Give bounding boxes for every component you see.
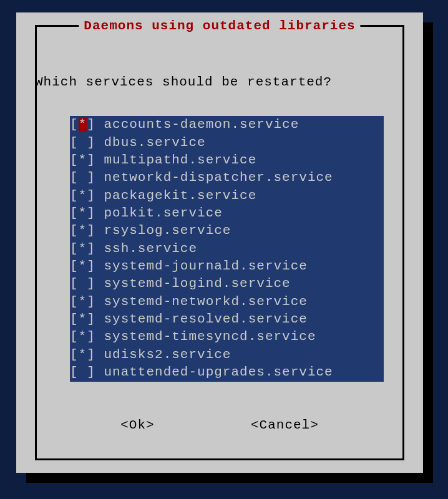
- checkbox-open-bracket: [: [70, 259, 79, 273]
- checkbox-close-bracket: ]: [87, 188, 104, 203]
- checkbox-open-bracket: [: [70, 223, 79, 238]
- service-item[interactable]: [*] ssh.service: [70, 240, 384, 258]
- checkbox-close-bracket: ]: [87, 347, 104, 362]
- checkbox-mark[interactable]: *: [79, 206, 87, 220]
- checkbox-mark[interactable]: *: [79, 259, 87, 273]
- service-item[interactable]: [*] udisks2.service: [70, 346, 384, 364]
- service-name: networkd-dispatcher.service: [104, 170, 384, 185]
- service-item[interactable]: [ ] unattended-upgrades.service: [70, 364, 384, 381]
- service-item[interactable]: [ ] dbus.service: [70, 134, 384, 152]
- ok-button[interactable]: <Ok>: [120, 417, 154, 434]
- service-name: udisks2.service: [104, 347, 384, 362]
- checkbox-open-bracket: [: [70, 365, 79, 379]
- checkbox-mark[interactable]: *: [79, 117, 87, 132]
- checkbox-mark[interactable]: [79, 365, 87, 379]
- checkbox-open-bracket: [: [70, 188, 79, 203]
- service-name: systemd-journald.service: [104, 259, 384, 273]
- service-name: dbus.service: [104, 135, 384, 150]
- checkbox-close-bracket: ]: [87, 223, 104, 238]
- checkbox-close-bracket: ]: [87, 241, 104, 256]
- service-name: multipathd.service: [104, 153, 384, 167]
- checkbox-mark[interactable]: [79, 276, 87, 291]
- checkbox-mark[interactable]: *: [79, 329, 87, 344]
- dialog-box: Daemons using outdated libraries Which s…: [16, 12, 423, 473]
- dialog-title: Daemons using outdated libraries: [79, 17, 360, 35]
- checkbox-close-bracket: ]: [87, 259, 104, 273]
- service-item[interactable]: [*] rsyslog.service: [70, 222, 384, 240]
- service-item[interactable]: [*] systemd-resolved.service: [70, 311, 384, 328]
- service-item[interactable]: [*] systemd-timesyncd.service: [70, 328, 384, 346]
- checkbox-open-bracket: [: [70, 206, 79, 220]
- service-name: rsyslog.service: [104, 223, 384, 238]
- checkbox-close-bracket: ]: [87, 294, 104, 309]
- service-item[interactable]: [*] polkit.service: [70, 205, 384, 222]
- service-item[interactable]: [ ] systemd-logind.service: [70, 275, 384, 293]
- checkbox-close-bracket: ]: [87, 206, 104, 220]
- checkbox-mark[interactable]: *: [79, 347, 87, 362]
- checkbox-open-bracket: [: [70, 170, 79, 185]
- checkbox-mark[interactable]: *: [79, 153, 87, 167]
- checkbox-mark[interactable]: [79, 135, 87, 150]
- service-item[interactable]: [*] multipathd.service: [70, 152, 384, 169]
- checkbox-open-bracket: [: [70, 329, 79, 344]
- service-name: systemd-logind.service: [104, 276, 384, 291]
- checkbox-open-bracket: [: [70, 241, 79, 256]
- checkbox-close-bracket: ]: [87, 365, 104, 379]
- checkbox-open-bracket: [: [70, 276, 79, 291]
- checkbox-open-bracket: [: [70, 312, 79, 326]
- service-item[interactable]: [*] systemd-networkd.service: [70, 293, 384, 311]
- checkbox-mark[interactable]: *: [79, 312, 87, 326]
- checkbox-close-bracket: ]: [87, 117, 104, 132]
- button-bar: <Ok> <Cancel>: [35, 417, 404, 434]
- checkbox-open-bracket: [: [70, 153, 79, 167]
- prompt-text: Which services should be restarted?: [35, 74, 404, 91]
- checkbox-close-bracket: ]: [87, 276, 104, 291]
- service-item[interactable]: [*] packagekit.service: [70, 187, 384, 205]
- service-name: accounts-daemon.service: [104, 117, 384, 132]
- checkbox-mark[interactable]: *: [79, 241, 87, 256]
- service-name: systemd-networkd.service: [104, 294, 384, 309]
- service-item[interactable]: [*] systemd-journald.service: [70, 258, 384, 275]
- service-item[interactable]: [ ] networkd-dispatcher.service: [70, 169, 384, 187]
- checkbox-open-bracket: [: [70, 294, 79, 309]
- checkbox-open-bracket: [: [70, 347, 79, 362]
- service-name: unattended-upgrades.service: [104, 365, 384, 379]
- service-list[interactable]: [*] accounts-daemon.service [ ] dbus.ser…: [70, 116, 384, 381]
- service-item[interactable]: [*] accounts-daemon.service: [70, 116, 384, 133]
- checkbox-close-bracket: ]: [87, 329, 104, 344]
- checkbox-mark[interactable]: *: [79, 294, 87, 309]
- service-name: packagekit.service: [104, 188, 384, 203]
- checkbox-open-bracket: [: [70, 117, 79, 132]
- checkbox-mark[interactable]: *: [79, 188, 87, 203]
- service-name: systemd-timesyncd.service: [104, 329, 384, 344]
- cancel-button[interactable]: <Cancel>: [251, 417, 319, 434]
- checkbox-close-bracket: ]: [87, 153, 104, 167]
- checkbox-close-bracket: ]: [87, 135, 104, 150]
- checkbox-mark[interactable]: *: [79, 223, 87, 238]
- checkbox-mark[interactable]: [79, 170, 87, 185]
- dialog-content: Which services should be restarted? [*] …: [35, 44, 404, 454]
- service-name: ssh.service: [104, 241, 384, 256]
- service-name: systemd-resolved.service: [104, 312, 384, 326]
- checkbox-open-bracket: [: [70, 135, 79, 150]
- service-name: polkit.service: [104, 206, 384, 220]
- checkbox-close-bracket: ]: [87, 170, 104, 185]
- checkbox-close-bracket: ]: [87, 312, 104, 326]
